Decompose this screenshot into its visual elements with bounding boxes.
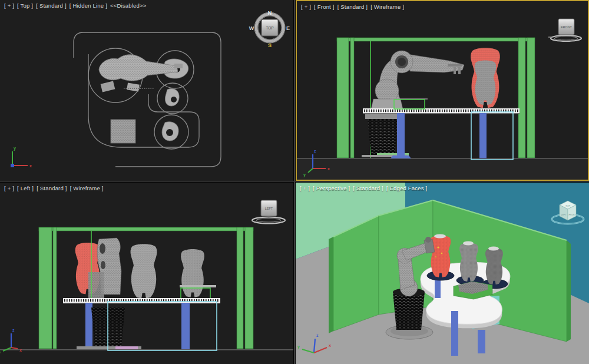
viewport-front-canvas[interactable]: FRONT z x y [297,1,589,181]
viewcube-top-label: TOP [565,204,570,207]
viewport-front-label: [ + ] [ Front ] [ Standard ] [ Wireframe… [301,4,404,10]
viewport-perspective-canvas[interactable]: TOP LEFT FRONT z x y [296,183,589,364]
torso-center-perspective[interactable] [459,241,478,282]
scan-box-top[interactable] [111,120,135,143]
torso-right-perspective[interactable] [485,247,503,284]
viewport-splitter-horizontal[interactable] [0,181,589,182]
viewcube-face-label: TOP [266,26,273,30]
enclosure-columns-front[interactable] [337,38,535,158]
ground-region [297,158,589,181]
viewport-menu-expand[interactable]: [ + ] [300,185,310,191]
viewport-status-disabled: <<Disabled>> [110,2,147,9]
svg-text:z: z [316,333,319,337]
viewport-menu-view[interactable]: [ Left ] [17,185,34,191]
axis-gizmo-left: z y x [0,328,22,355]
viewport-menu-expand[interactable]: [ + ] [4,2,14,9]
work-table-front[interactable] [363,108,519,114]
viewport-menu-shading[interactable]: [ Wireframe ] [70,185,104,191]
svg-text:x: x [329,343,331,348]
viewport-menu-view[interactable]: [ Perspective ] [313,185,350,191]
viewport-left[interactable]: [ + ] [ Left ] [ Standard ] [ Wireframe … [0,183,293,364]
viewcube-left[interactable]: LEFT [252,200,285,224]
viewport-menu-style[interactable]: [ Standard ] [36,2,67,9]
viewport-left-label: [ + ] [ Left ] [ Standard ] [ Wireframe … [4,185,104,191]
viewport-menu-style[interactable]: [ Standard ] [337,4,368,10]
viewcube-left-label: LEFT [561,214,567,216]
svg-text:y: y [0,350,1,355]
viewcube-face-label: LEFT [265,207,273,210]
selected-torso-perspective[interactable] [431,234,451,277]
compass-east[interactable]: E [286,25,290,31]
table-legs-front[interactable] [391,113,487,158]
viewport-left-canvas[interactable]: LEFT z y x [0,183,293,364]
viewcube-face-label: FRONT [561,25,573,29]
viewport-menu-shading[interactable]: [ Edged Faces ] [386,185,428,191]
robot-arm-front[interactable] [370,51,464,114]
svg-text:z: z [12,328,15,332]
viewport-menu-view[interactable]: [ Top ] [17,2,33,9]
viewport-menu-shading[interactable]: [ Wireframe ] [370,4,404,10]
scan-box-lid [180,285,216,287]
viewcube-front-label: FRONT [568,214,576,216]
svg-text:z: z [314,149,316,153]
viewport-menu-view[interactable]: [ Front ] [314,4,335,10]
viewport-front-active[interactable]: [ + ] [ Front ] [ Standard ] [ Wireframe… [296,0,589,181]
selection-bounds-front [471,112,513,160]
compass-west[interactable]: W [249,25,254,31]
viewport-top-label: [ + ] [ Top ] [ Standard ] [ Hidden Line… [4,2,147,9]
svg-text:y: y [14,146,16,151]
viewport-top-canvas[interactable]: TOP N E S W y x [0,0,293,181]
viewport-perspective[interactable]: [ + ] [ Perspective ] [ Standard ] [ Edg… [296,183,589,364]
viewcube-top[interactable]: TOP N E S W [249,10,290,48]
compass-south[interactable]: S [268,42,272,48]
enclosure-outline-top[interactable] [74,32,221,167]
viewport-splitter-vertical[interactable] [294,0,295,364]
viewport-menu-expand[interactable]: [ + ] [301,4,311,10]
work-table-left[interactable] [63,298,220,303]
viewport-menu-shading[interactable]: [ Hidden Line ] [70,2,107,9]
torso-right-left[interactable] [181,249,204,297]
torso-center-left[interactable] [131,244,157,298]
viewport-menu-style[interactable]: [ Standard ] [37,185,67,191]
compass-north[interactable]: N [268,10,272,16]
viewcube-front[interactable]: FRONT [548,19,581,41]
svg-text:x: x [327,167,330,171]
viewport-top[interactable]: [ + ] [ Top ] [ Standard ] [ Hidden Line… [0,0,293,181]
viewport-perspective-label: [ + ] [ Perspective ] [ Standard ] [ Edg… [300,185,427,191]
svg-text:x: x [19,348,22,352]
svg-text:y: y [303,173,306,177]
svg-text:x: x [29,164,32,168]
axis-gizmo-top: y x [11,146,32,168]
svg-text:y: y [297,345,300,349]
viewport-menu-expand[interactable]: [ + ] [4,185,14,191]
selected-torso-front[interactable] [471,48,500,108]
viewport-menu-style[interactable]: [ Standard ] [353,185,383,191]
